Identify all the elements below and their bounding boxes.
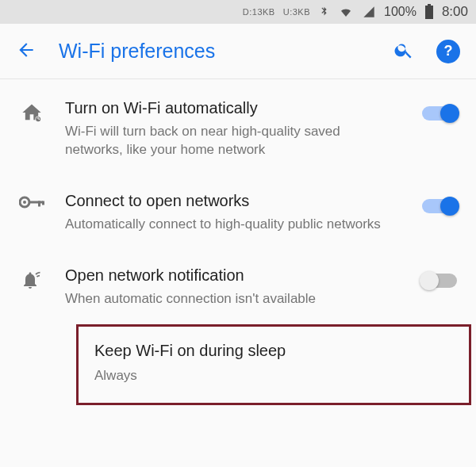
wifi-icon (338, 6, 354, 18)
home-icon (16, 98, 48, 124)
setting-subtitle: Automatically connect to high-quality pu… (65, 216, 395, 234)
setting-subtitle: Always (94, 367, 453, 385)
key-icon (16, 191, 48, 210)
app-bar: Wi-Fi preferences ? (0, 24, 476, 79)
setting-subtitle: Wi-Fi will turn back on near high-qualit… (65, 123, 395, 159)
search-button[interactable] (393, 40, 414, 63)
svg-rect-7 (42, 201, 44, 205)
setting-title: Keep Wi-Fi on during sleep (94, 341, 453, 361)
toggle-switch[interactable] (422, 199, 457, 213)
toggle-switch[interactable] (422, 274, 457, 288)
bluetooth-icon (318, 5, 330, 19)
svg-rect-6 (38, 201, 40, 206)
signal-icon (362, 6, 376, 18)
setting-auto-wifi[interactable]: Turn on Wi-Fi automatically Wi-Fi will t… (0, 82, 476, 175)
svg-rect-5 (29, 201, 43, 203)
settings-list: Turn on Wi-Fi automatically Wi-Fi will t… (0, 79, 476, 405)
setting-title: Open network notification (65, 266, 395, 285)
setting-title: Turn on Wi-Fi automatically (65, 98, 395, 118)
setting-subtitle: When automatic connection isn't availabl… (65, 290, 395, 308)
help-button[interactable]: ? (436, 40, 460, 63)
upload-speed: U:3KB (283, 7, 310, 17)
svg-rect-0 (425, 6, 433, 19)
page-title: Wi-Fi preferences (59, 40, 371, 63)
clock: 8:00 (442, 4, 468, 20)
svg-point-4 (23, 201, 26, 204)
setting-keep-wifi-sleep[interactable]: Keep Wi-Fi on during sleep Always (76, 324, 471, 405)
back-button[interactable] (16, 40, 36, 63)
setting-open-networks[interactable]: Connect to open networks Automatically c… (0, 175, 476, 250)
status-bar: D:13KB U:3KB 100% 8:00 (0, 0, 476, 24)
toggle-switch[interactable] (422, 106, 457, 121)
battery-icon (424, 4, 434, 20)
download-speed: D:13KB (243, 7, 275, 17)
setting-title: Connect to open networks (65, 191, 395, 211)
bell-wifi-icon (16, 266, 48, 291)
setting-open-notification[interactable]: Open network notification When automatic… (0, 250, 476, 324)
battery-percent: 100% (384, 5, 416, 19)
svg-rect-1 (428, 4, 431, 6)
